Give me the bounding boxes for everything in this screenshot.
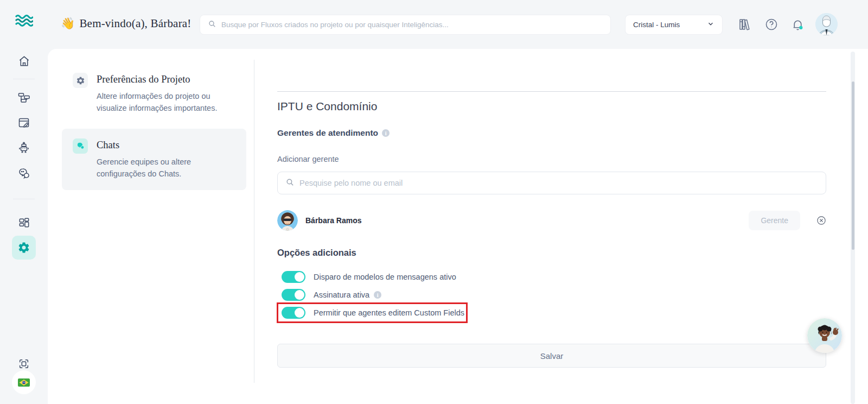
user-avatar[interactable] — [815, 13, 838, 35]
info-icon[interactable]: i — [382, 129, 390, 137]
save-button[interactable]: Salvar — [277, 344, 826, 368]
sidebar-divider — [13, 79, 35, 79]
vertical-divider — [254, 60, 254, 383]
sidebar-item-flows[interactable] — [12, 86, 36, 110]
toggle-label: Permitir que agentes editem Custom Field… — [314, 308, 464, 317]
manager-search[interactable] — [277, 172, 826, 194]
brazil-flag-icon — [18, 378, 30, 387]
horizontal-divider — [277, 91, 826, 92]
nav-item-description: Gerencie equipes ou altere configurações… — [97, 156, 235, 180]
search-icon — [208, 20, 216, 30]
page-title: IPTU e Condomínio — [277, 100, 377, 113]
question-mark-icon — [765, 18, 778, 31]
sidebar-item-settings[interactable] — [12, 236, 36, 260]
chevron-down-icon — [707, 20, 714, 29]
main-panel: IPTU e Condomínio Gerentes de atendiment… — [277, 49, 826, 404]
docs-library-button[interactable] — [738, 18, 751, 31]
assistant-avatar-bubble[interactable] — [807, 318, 842, 353]
toggle-custom-fields[interactable] — [282, 307, 305, 319]
project-selector-dropdown[interactable]: Cristal - Lumis — [625, 15, 723, 35]
toggle-label: Disparo de modelos de mensagens ativo — [314, 273, 456, 281]
bell-icon — [791, 18, 805, 31]
member-avatar — [277, 210, 298, 231]
sidebar-item-studio[interactable] — [12, 111, 36, 135]
sidebar-item-bot[interactable] — [12, 136, 36, 160]
sidebar-divider — [13, 199, 35, 199]
robot-icon — [17, 141, 30, 154]
toggle-label: Assinatura ativa i — [314, 291, 381, 299]
role-chip[interactable]: Gerente — [749, 211, 800, 230]
weni-logo-icon[interactable] — [15, 14, 33, 27]
expand-icon — [18, 358, 30, 370]
nav-item-title: Chats — [97, 140, 235, 151]
toggle-row-signature: Assinatura ativa i — [282, 288, 607, 301]
wave-emoji-icon: 👋 — [61, 17, 75, 30]
search-icon — [285, 178, 295, 189]
home-icon — [18, 55, 30, 67]
options-toggles: Disparo de modelos de mensagens ativo As… — [282, 270, 607, 324]
managers-heading: Gerentes de atendimento i — [277, 128, 390, 138]
options-heading: Opções adicionais — [277, 248, 356, 258]
remove-member-button[interactable] — [816, 216, 826, 225]
sidebar-item-dashboard[interactable] — [12, 211, 36, 235]
chats-teal-icon — [73, 138, 88, 154]
flows-icon — [17, 91, 30, 104]
manager-row: Bárbara Ramos Gerente — [277, 207, 826, 233]
studio-edit-icon — [17, 116, 30, 129]
nav-item-title: Preferências do Projeto — [97, 74, 235, 85]
toggle-signature[interactable] — [282, 289, 305, 301]
gear-icon — [17, 241, 30, 254]
global-search[interactable] — [200, 15, 611, 35]
project-selector-value: Cristal - Lumis — [633, 21, 680, 29]
nav-item-chats[interactable]: Chats Gerencie equipes ou altere configu… — [62, 129, 246, 190]
dashboard-grid-icon — [18, 217, 30, 229]
nav-item-project-preferences[interactable]: Preferências do Projeto Altere informaçõ… — [62, 63, 246, 124]
gear-outline-icon — [73, 73, 88, 88]
notifications-button[interactable] — [791, 18, 804, 31]
settings-nav: Preferências do Projeto Altere informaçõ… — [62, 63, 246, 190]
toggle-row-custom-fields: Permitir que agentes editem Custom Field… — [282, 306, 607, 319]
content-panel: Preferências do Projeto Altere informaçõ… — [48, 49, 868, 404]
nav-item-description: Altere informações do projeto ou visuali… — [97, 90, 235, 115]
toggle-message-templates[interactable] — [282, 271, 305, 283]
sidebar-item-home[interactable] — [12, 49, 36, 73]
books-icon — [738, 18, 751, 31]
scrollbar-thumb[interactable] — [852, 81, 854, 250]
global-search-input[interactable] — [221, 21, 603, 29]
add-manager-label: Adicionar gerente — [277, 155, 339, 163]
close-circle-icon — [816, 216, 826, 225]
top-header: 👋Bem-vindo(a), Bárbara! Cristal - Lumis — [0, 0, 868, 49]
page-greeting: 👋Bem-vindo(a), Bárbara! — [61, 17, 192, 30]
manager-search-input[interactable] — [299, 179, 818, 187]
chat-bubbles-icon — [17, 167, 30, 180]
toggle-row-message-templates: Disparo de modelos de mensagens ativo — [282, 270, 607, 283]
sidebar — [0, 49, 48, 404]
help-button[interactable] — [765, 18, 778, 31]
sidebar-item-chats[interactable] — [12, 161, 36, 185]
member-name: Bárbara Ramos — [305, 216, 362, 225]
info-icon[interactable]: i — [374, 291, 381, 299]
notification-dot — [799, 26, 802, 29]
sidebar-item-expand[interactable] — [12, 352, 36, 376]
